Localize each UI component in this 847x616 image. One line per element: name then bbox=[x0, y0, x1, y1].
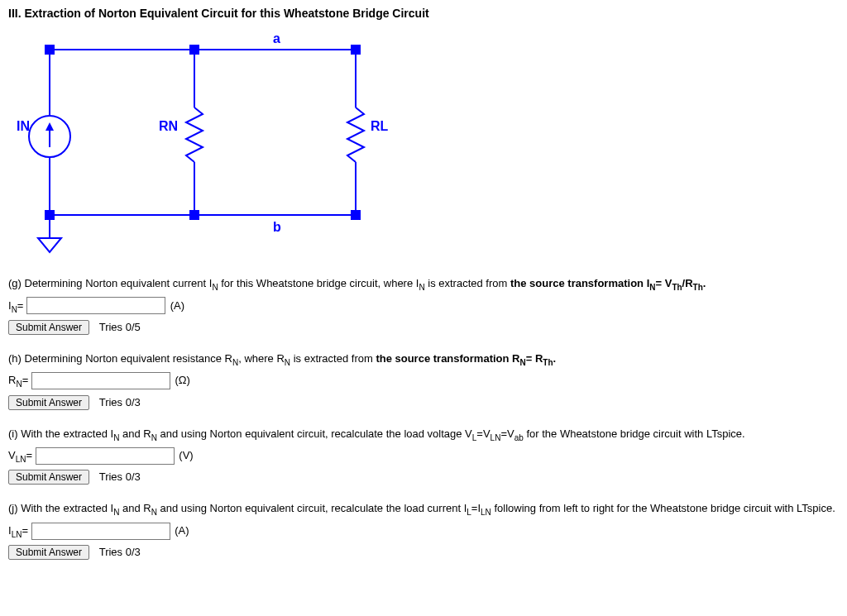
tries-j: Tries 0/3 bbox=[99, 546, 141, 558]
question-i: (i) With the extracted IN and RN and usi… bbox=[8, 426, 835, 486]
question-h: (h) Determining Norton equivalent resist… bbox=[8, 351, 835, 411]
question-g: (g) Determining Norton equivalent curren… bbox=[8, 275, 835, 336]
svg-rect-17 bbox=[189, 210, 199, 220]
submit-button-g[interactable]: Submit Answer bbox=[8, 320, 89, 335]
node-b-label: b bbox=[273, 220, 281, 234]
vln-unit: (V) bbox=[179, 449, 193, 461]
submit-button-h[interactable]: Submit Answer bbox=[8, 395, 89, 410]
vln-input[interactable] bbox=[36, 447, 175, 465]
question-g-answer-row: IN= (A) bbox=[8, 297, 835, 316]
question-j-answer-row: ILN= (A) bbox=[8, 523, 835, 542]
tries-i: Tries 0/3 bbox=[99, 470, 141, 483]
in-input[interactable] bbox=[26, 297, 165, 314]
question-j-prompt: (j) With the extracted IN and RN and usi… bbox=[8, 500, 835, 518]
svg-rect-16 bbox=[45, 210, 55, 220]
question-h-answer-row: RN= (Ω) bbox=[8, 372, 835, 391]
iln-unit: (A) bbox=[175, 524, 189, 537]
rl-label: RL bbox=[371, 119, 389, 133]
svg-rect-18 bbox=[351, 210, 361, 220]
section-title: III. Extraction of Norton Equivalent Cir… bbox=[8, 7, 839, 20]
svg-marker-8 bbox=[38, 238, 61, 252]
rn-unit: (Ω) bbox=[175, 374, 189, 386]
question-g-prompt: (g) Determining Norton equivalent curren… bbox=[8, 275, 835, 294]
iln-input[interactable] bbox=[31, 523, 170, 540]
tries-g: Tries 0/5 bbox=[99, 321, 141, 333]
svg-rect-13 bbox=[45, 45, 55, 55]
submit-button-i[interactable]: Submit Answer bbox=[8, 470, 89, 485]
question-j: (j) With the extracted IN and RN and usi… bbox=[8, 500, 835, 561]
svg-rect-14 bbox=[189, 45, 199, 55]
in-label: IN bbox=[17, 119, 30, 133]
node-a-label: a bbox=[273, 31, 280, 45]
rn-label: RN bbox=[159, 119, 178, 133]
rn-input[interactable] bbox=[31, 372, 170, 389]
submit-button-j[interactable]: Submit Answer bbox=[8, 545, 89, 560]
question-i-answer-row: VLN= (V) bbox=[8, 447, 835, 466]
svg-rect-15 bbox=[351, 45, 361, 55]
svg-marker-5 bbox=[45, 122, 54, 131]
question-i-prompt: (i) With the extracted IN and RN and usi… bbox=[8, 426, 835, 444]
tries-h: Tries 0/3 bbox=[99, 396, 141, 408]
in-unit: (A) bbox=[170, 299, 184, 312]
circuit-diagram: a b IN RN RL bbox=[8, 25, 839, 259]
question-h-prompt: (h) Determining Norton equivalent resist… bbox=[8, 351, 835, 369]
